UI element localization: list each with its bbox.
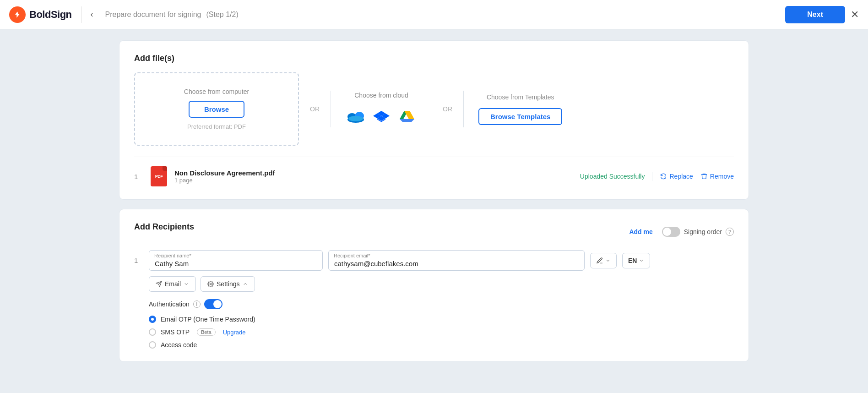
title-text: Prepare document for signing	[105, 11, 201, 18]
chevron-down-icon	[605, 258, 611, 263]
svg-point-3	[348, 116, 363, 121]
or-divider-2: OR	[432, 105, 463, 113]
auth-toggle[interactable]	[204, 299, 222, 309]
trash-icon	[700, 173, 708, 180]
logo-svg	[13, 10, 22, 19]
recipient-row: 1 Recipient name* Recipient email* EN	[134, 250, 734, 271]
signing-order-label: Signing order	[684, 228, 722, 235]
sms-otp-option[interactable]: SMS OTP Beta Upgrade	[149, 328, 734, 336]
gear-icon	[207, 281, 214, 287]
email-type-label: Email	[165, 280, 181, 288]
choose-templates-label: Choose from Templates	[487, 93, 554, 101]
replace-button[interactable]: Replace	[660, 173, 693, 180]
file-row: 1 PDF Non Disclosure Agreement.pdf 1 pag…	[134, 157, 734, 186]
email-type-button[interactable]: Email	[149, 276, 196, 292]
recipients-title: Add Recipients	[134, 222, 194, 232]
access-code-label: Access code	[161, 341, 197, 349]
file-name: Non Disclosure Agreement.pdf	[174, 169, 573, 177]
sms-otp-label: SMS OTP	[161, 328, 190, 336]
onedrive-icon	[347, 109, 365, 123]
google-drive-icon	[399, 108, 415, 125]
recipients-controls: Add me Signing order ?	[629, 227, 734, 237]
sms-beta-badge: Beta	[197, 328, 216, 336]
auth-info-icon[interactable]: i	[193, 300, 201, 308]
access-code-radio[interactable]	[149, 341, 156, 349]
add-files-card: Add file(s) Choose from computer Browse …	[119, 40, 749, 200]
upload-box: Choose from computer Browse Preferred fo…	[134, 72, 299, 146]
logo-icon	[9, 6, 26, 23]
action-dropdown[interactable]	[590, 253, 617, 268]
browse-templates-button[interactable]: Browse Templates	[478, 108, 562, 125]
step-text: (Step 1/2)	[206, 11, 238, 18]
lang-label: EN	[628, 257, 637, 264]
replace-label: Replace	[669, 173, 693, 180]
recipients-header: Add Recipients Add me Signing order ?	[134, 222, 734, 241]
logo: BoldSign	[9, 6, 81, 23]
close-button[interactable]: ✕	[851, 9, 859, 21]
or-divider-1: OR	[299, 105, 331, 113]
settings-button[interactable]: Settings	[201, 276, 255, 292]
onedrive-button[interactable]	[346, 106, 366, 126]
signing-order-help-icon[interactable]: ?	[726, 228, 734, 236]
lang-chevron-icon	[639, 258, 644, 263]
authentication-section: Authentication i Email OTP (One Time Pas…	[149, 299, 734, 349]
sms-otp-radio[interactable]	[149, 328, 156, 336]
cloud-section: Choose from cloud	[331, 92, 432, 126]
upgrade-link[interactable]: Upgrade	[223, 329, 246, 336]
file-pages: 1 page	[174, 177, 573, 184]
uploaded-badge: Uploaded Successfully	[580, 173, 645, 180]
pdf-icon: PDF	[151, 166, 167, 186]
main-content: Add file(s) Choose from computer Browse …	[0, 29, 868, 373]
file-index: 1	[134, 173, 143, 180]
recipient-email-group: Recipient email*	[328, 250, 585, 271]
recipient-name-label: Recipient name*	[154, 253, 191, 258]
browse-button[interactable]: Browse	[189, 101, 244, 118]
header-right: Next ✕	[785, 6, 859, 23]
remove-button[interactable]: Remove	[700, 173, 734, 180]
email-otp-option[interactable]: Email OTP (One Time Password)	[149, 316, 734, 323]
templates-section: Choose from Templates Browse Templates	[464, 93, 577, 125]
dropbox-icon	[373, 108, 390, 125]
add-recipients-card: Add Recipients Add me Signing order ? 1 …	[119, 209, 749, 362]
auth-toggle-knob	[213, 300, 222, 308]
language-dropdown[interactable]: EN	[622, 253, 650, 268]
logo-text: BoldSign	[29, 9, 72, 21]
preferred-format-text: Preferred format: PDF	[187, 123, 246, 130]
cloud-icons	[346, 106, 417, 126]
signing-order-toggle[interactable]	[662, 227, 680, 237]
file-actions: Uploaded Successfully Replace Remove	[580, 172, 734, 181]
pen-icon	[596, 257, 603, 264]
dropbox-button[interactable]	[371, 106, 391, 126]
next-button[interactable]: Next	[785, 6, 845, 23]
recipient-index: 1	[134, 257, 143, 264]
back-button[interactable]: ‹	[89, 8, 95, 21]
recipient-name-group: Recipient name*	[149, 250, 323, 271]
file-info: Non Disclosure Agreement.pdf 1 page	[174, 169, 573, 184]
action-divider	[652, 172, 652, 181]
recipient-email-label: Recipient email*	[334, 253, 370, 258]
header: BoldSign ‹ Prepare document for signing …	[0, 0, 868, 29]
add-me-button[interactable]: Add me	[629, 228, 652, 235]
back-icon: ‹	[91, 10, 93, 19]
remove-label: Remove	[710, 173, 734, 180]
add-files-row: Choose from computer Browse Preferred fo…	[134, 72, 734, 146]
email-otp-radio[interactable]	[149, 316, 156, 323]
access-code-option[interactable]: Access code	[149, 341, 734, 349]
google-drive-button[interactable]	[397, 106, 417, 126]
auth-radio-options: Email OTP (One Time Password) SMS OTP Be…	[149, 316, 734, 349]
auth-header: Authentication i	[149, 299, 734, 309]
email-otp-label: Email OTP (One Time Password)	[161, 316, 255, 323]
replace-icon	[660, 173, 667, 180]
page-title: Prepare document for signing (Step 1/2)	[103, 10, 239, 19]
header-left: BoldSign ‹ Prepare document for signing …	[9, 6, 239, 23]
send-icon	[156, 281, 162, 287]
choose-computer-label: Choose from computer	[184, 88, 249, 95]
settings-label: Settings	[217, 280, 240, 288]
settings-chevron-icon	[243, 281, 248, 287]
email-chevron-icon	[184, 281, 189, 287]
add-files-title: Add file(s)	[134, 54, 734, 63]
choose-cloud-label: Choose from cloud	[354, 92, 408, 99]
recipient-settings-row: Email Settings	[149, 276, 734, 292]
pdf-label: PDF	[155, 174, 163, 179]
signing-order-control: Signing order ?	[662, 227, 734, 237]
